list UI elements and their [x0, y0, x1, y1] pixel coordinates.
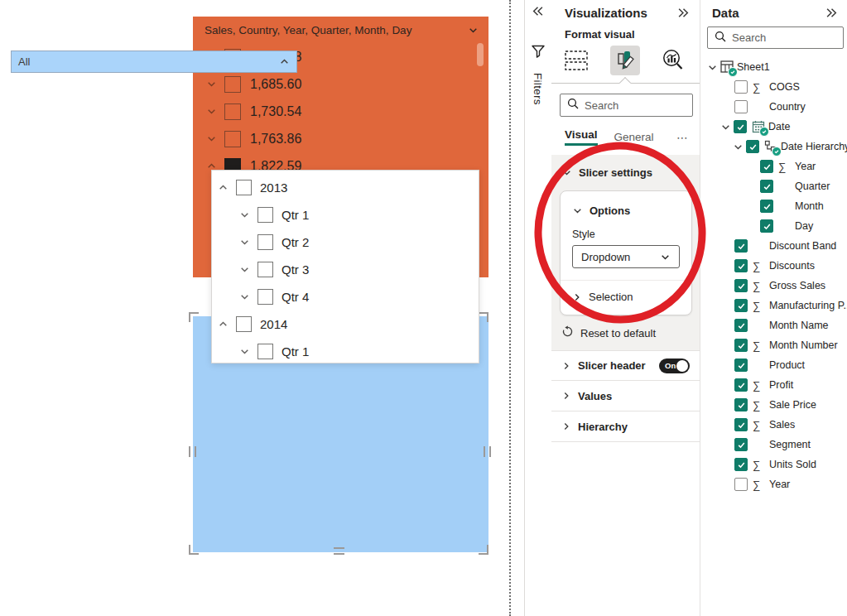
chevron-down-icon[interactable]	[468, 25, 479, 36]
section-slicer-settings[interactable]: Slicer settings	[551, 161, 700, 184]
field-row-month[interactable]: Month	[700, 196, 847, 216]
slicer-header-toggle[interactable]: On	[659, 359, 690, 373]
dropdown-list-item[interactable]: Qtr 1	[212, 201, 479, 229]
field-checkbox[interactable]	[734, 458, 748, 471]
chevron-down-icon[interactable]	[239, 237, 250, 248]
chevron-down-icon[interactable]	[239, 291, 250, 302]
collapse-right-icon[interactable]	[825, 7, 838, 18]
selection-handle-top-right[interactable]	[479, 312, 488, 322]
field-row-sheet1[interactable]: Sheet1	[700, 57, 847, 77]
dropdown-slicer-field[interactable]: All	[11, 51, 297, 73]
item-checkbox[interactable]	[224, 131, 241, 147]
field-checkbox[interactable]	[734, 438, 748, 451]
selection-handle-mid-left[interactable]	[189, 446, 196, 457]
data-search-input[interactable]: Search	[707, 26, 844, 49]
dropdown-list-item[interactable]: Qtr 4	[212, 283, 479, 310]
dropdown-list-item[interactable]: Qtr 3	[212, 256, 479, 283]
chevron-down-icon[interactable]	[206, 79, 217, 89]
chevron-down-icon[interactable]	[206, 106, 217, 117]
field-row-segment[interactable]: Segment	[700, 435, 847, 455]
field-row-units-sold[interactable]: ∑Units Sold	[700, 455, 847, 474]
item-checkbox[interactable]	[257, 234, 273, 250]
slicer-header-bar[interactable]: Sales, Country, Year, Quarter, Month, Da…	[193, 17, 488, 43]
field-row-month-name[interactable]: Month Name	[700, 315, 847, 335]
chevron-down-icon[interactable]	[239, 264, 250, 275]
dropdown-list-item[interactable]: 2014	[212, 310, 479, 338]
field-checkbox[interactable]	[734, 279, 748, 292]
item-checkbox[interactable]	[224, 103, 241, 120]
collapse-left-icon[interactable]	[532, 6, 544, 17]
field-checkbox[interactable]	[734, 120, 747, 133]
field-checkbox[interactable]	[760, 200, 773, 213]
slicer-item[interactable]: 1,730.54	[193, 98, 488, 125]
field-row-date-hierarchy[interactable]: Date Hierarchy	[700, 137, 847, 156]
selection-handle-bottom-right[interactable]	[479, 545, 488, 555]
field-checkbox[interactable]	[734, 299, 748, 312]
field-checkbox[interactable]	[746, 140, 759, 153]
field-row-month-number[interactable]: ∑Month Number	[700, 335, 847, 355]
chevron-up-icon[interactable]	[279, 56, 290, 67]
selection-handle-bottom-middle[interactable]	[334, 547, 344, 555]
selection-handle-mid-right[interactable]	[484, 446, 491, 457]
analytics-icon[interactable]	[658, 46, 688, 75]
field-row-sale-price[interactable]: ∑Sale Price	[700, 395, 847, 415]
section-values[interactable]: Values	[551, 381, 700, 411]
field-row-discount-band[interactable]: Discount Band	[700, 236, 847, 256]
section-slicer-header[interactable]: Slicer header On	[551, 350, 700, 381]
field-row-product[interactable]: Product	[700, 355, 847, 375]
field-row-manufacturing-p-[interactable]: ∑Manufacturing P...	[700, 296, 847, 315]
chevron-up-icon[interactable]	[218, 319, 229, 330]
field-checkbox[interactable]	[734, 378, 748, 392]
style-dropdown[interactable]: Dropdown	[572, 245, 680, 268]
tab-overflow-menu[interactable]: ⋯	[676, 131, 690, 144]
chevron-down-icon[interactable]	[239, 346, 250, 357]
field-row-day[interactable]: Day	[700, 216, 847, 236]
chevron-down-icon[interactable]	[707, 62, 718, 73]
chevron-down-icon[interactable]	[733, 142, 744, 152]
chevron-up-icon[interactable]	[218, 182, 229, 193]
slicer-scrollbar-thumb[interactable]	[477, 43, 484, 66]
slicer-item[interactable]: 1,685.60	[193, 70, 488, 98]
field-checkbox[interactable]	[760, 219, 773, 233]
field-row-year[interactable]: ∑Year	[700, 474, 847, 494]
field-checkbox[interactable]	[734, 259, 748, 272]
field-checkbox[interactable]	[734, 239, 748, 253]
field-checkbox[interactable]	[734, 100, 748, 113]
item-checkbox[interactable]	[257, 344, 273, 359]
item-checkbox[interactable]	[224, 76, 241, 93]
selection-handle-top-left[interactable]	[189, 312, 199, 322]
field-row-year[interactable]: ∑Year	[700, 156, 847, 176]
field-checkbox[interactable]	[734, 319, 748, 332]
field-row-country[interactable]: Country	[700, 97, 847, 117]
build-visual-icon[interactable]	[561, 46, 591, 75]
subsection-selection[interactable]: Selection	[561, 281, 691, 315]
slicer-dropdown-popup[interactable]: 2013Qtr 1Qtr 2Qtr 3Qtr 42014Qtr 1	[211, 170, 479, 363]
field-row-sales[interactable]: ∑Sales	[700, 415, 847, 435]
item-checkbox[interactable]	[257, 207, 273, 223]
format-visual-icon[interactable]	[610, 46, 640, 75]
filters-rail[interactable]: Filters	[524, 0, 552, 616]
selection-handle-bottom-left[interactable]	[189, 545, 199, 555]
slicer-item[interactable]: 1,763.86	[193, 125, 488, 152]
field-checkbox[interactable]	[734, 418, 748, 431]
field-checkbox[interactable]	[734, 398, 748, 411]
field-row-quarter[interactable]: Quarter	[700, 176, 847, 196]
field-row-discounts[interactable]: ∑Discounts	[700, 256, 847, 276]
field-checkbox[interactable]	[734, 478, 748, 491]
item-checkbox[interactable]	[257, 289, 273, 305]
chevron-down-icon[interactable]	[720, 122, 731, 132]
item-checkbox[interactable]	[236, 180, 252, 195]
dropdown-list-item[interactable]: Qtr 2	[212, 229, 479, 256]
field-checkbox[interactable]	[734, 339, 748, 352]
reset-to-default-button[interactable]: Reset to default	[561, 325, 700, 340]
field-checkbox[interactable]	[734, 359, 748, 372]
format-search-input[interactable]: Search	[560, 94, 693, 117]
field-checkbox[interactable]	[760, 180, 773, 193]
report-canvas[interactable]: Sales, Country, Year, Quarter, Month, Da…	[0, 0, 509, 616]
item-checkbox[interactable]	[236, 316, 252, 332]
subsection-options[interactable]: Options	[561, 203, 691, 217]
field-checkbox[interactable]	[760, 160, 773, 173]
field-row-gross-sales[interactable]: ∑Gross Sales	[700, 276, 847, 296]
field-row-date[interactable]: Date	[700, 117, 847, 137]
dropdown-list-item[interactable]: 2013	[212, 174, 479, 201]
